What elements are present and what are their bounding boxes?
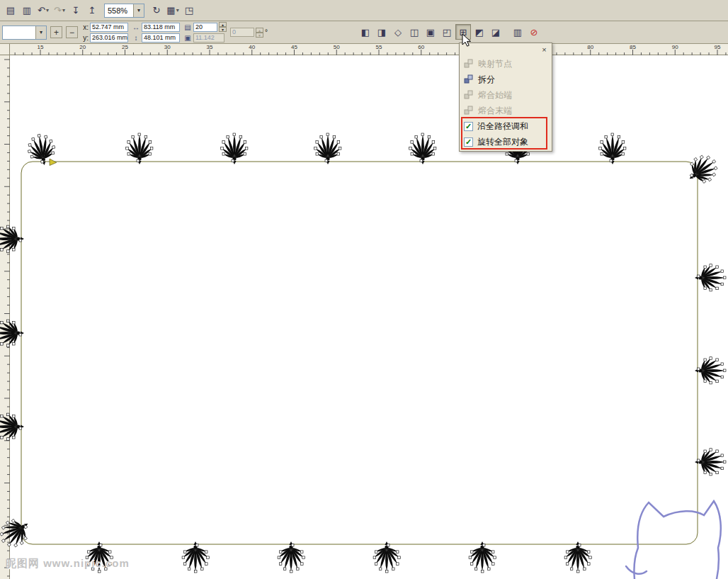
- node-handle[interactable]: [20, 541, 23, 545]
- node-handle[interactable]: [710, 381, 712, 384]
- zoom-level-combo[interactable]: 558% ▾: [104, 4, 144, 18]
- node-handle[interactable]: [205, 563, 208, 566]
- node-handle[interactable]: [697, 368, 700, 371]
- node-handle[interactable]: [127, 141, 130, 144]
- node-handle[interactable]: [566, 563, 569, 566]
- node-handle[interactable]: [28, 150, 30, 153]
- fan-ornament[interactable]: [221, 133, 248, 164]
- node-handle[interactable]: [605, 135, 608, 138]
- node-handle[interactable]: [301, 563, 304, 566]
- node-handle[interactable]: [13, 321, 16, 324]
- node-handle[interactable]: [87, 551, 90, 553]
- node-handle[interactable]: [13, 415, 16, 417]
- horizontal-ruler[interactable]: 1520253035404550556065707580859095: [10, 44, 728, 55]
- checkbox-blend-along-full-path[interactable]: ✓: [464, 122, 473, 131]
- node-handle[interactable]: [13, 248, 16, 251]
- node-handle[interactable]: [1, 343, 4, 346]
- node-handle[interactable]: [481, 570, 484, 573]
- clear-blend-icon[interactable]: ⊘: [526, 24, 542, 40]
- fan-ornament[interactable]: [314, 133, 341, 164]
- node-handle[interactable]: [1, 415, 4, 417]
- node-handle[interactable]: [108, 551, 111, 553]
- split-blend-icon[interactable]: ◪: [488, 24, 504, 40]
- node-handle[interactable]: [244, 153, 246, 156]
- node-handle[interactable]: [7, 225, 10, 228]
- node-handle[interactable]: [506, 153, 508, 156]
- node-handle[interactable]: [601, 141, 603, 144]
- node-handle[interactable]: [297, 568, 300, 570]
- node-handle[interactable]: [474, 568, 477, 570]
- fan-ornament[interactable]: [695, 449, 726, 476]
- node-handle[interactable]: [45, 135, 47, 138]
- chevron-down-icon[interactable]: ▾: [46, 7, 49, 13]
- node-handle[interactable]: [373, 556, 376, 559]
- fan-ornament[interactable]: [599, 133, 626, 164]
- node-handle[interactable]: [697, 459, 700, 462]
- node-handle[interactable]: [469, 556, 472, 559]
- node-handle[interactable]: [7, 413, 10, 416]
- height-field[interactable]: 48.101 mm: [142, 33, 180, 43]
- style-combo[interactable]: ▾: [2, 26, 47, 40]
- node-handle[interactable]: [7, 250, 10, 253]
- export-icon[interactable]: ↥: [84, 3, 100, 18]
- fan-ornament[interactable]: [0, 225, 24, 252]
- node-handle[interactable]: [195, 544, 198, 546]
- fan-ornament[interactable]: [182, 541, 209, 573]
- node-handle[interactable]: [13, 227, 16, 230]
- node-handle[interactable]: [576, 570, 579, 573]
- snap-options-icon[interactable]: ◳: [181, 3, 197, 18]
- node-handle[interactable]: [337, 153, 340, 156]
- node-handle[interactable]: [470, 551, 473, 553]
- node-handle[interactable]: [710, 473, 712, 476]
- node-handle[interactable]: [397, 563, 399, 566]
- node-handle[interactable]: [221, 147, 224, 150]
- node-handle[interactable]: [515, 159, 518, 162]
- fan-ornament[interactable]: [682, 150, 723, 190]
- blend-steps-field[interactable]: 20: [193, 23, 217, 32]
- node-handle[interactable]: [126, 147, 129, 150]
- node-handle[interactable]: [396, 551, 399, 553]
- node-handle[interactable]: [398, 556, 401, 559]
- node-handle[interactable]: [14, 544, 18, 547]
- new-document-icon[interactable]: ▤: [3, 3, 18, 18]
- node-handle[interactable]: [710, 449, 712, 451]
- fan-ornament[interactable]: [469, 541, 496, 573]
- node-handle[interactable]: [527, 153, 530, 156]
- node-handle[interactable]: [721, 467, 724, 470]
- node-handle[interactable]: [375, 563, 377, 566]
- node-handle[interactable]: [716, 380, 719, 383]
- view-quality-icon[interactable]: ▦▾: [165, 3, 181, 18]
- node-handle[interactable]: [578, 544, 581, 546]
- node-handle[interactable]: [704, 450, 707, 453]
- node-handle[interactable]: [415, 135, 418, 138]
- path-properties-icon[interactable]: ◇: [390, 24, 406, 40]
- node-handle[interactable]: [721, 270, 724, 273]
- node-handle[interactable]: [704, 359, 707, 361]
- fan-ornament[interactable]: [373, 541, 400, 573]
- node-handle[interactable]: [278, 556, 280, 559]
- node-handle[interactable]: [716, 266, 719, 269]
- node-handle[interactable]: [325, 159, 328, 162]
- node-handle[interactable]: [491, 551, 494, 553]
- node-handle[interactable]: [302, 556, 305, 559]
- node-handle[interactable]: [411, 153, 414, 156]
- node-handle[interactable]: [99, 544, 102, 546]
- redo-icon[interactable]: ↷▾: [52, 3, 67, 18]
- chevron-down-icon[interactable]: ▾: [176, 7, 179, 13]
- node-handle[interactable]: [7, 438, 10, 441]
- node-handle[interactable]: [326, 133, 329, 136]
- node-handle[interactable]: [618, 135, 620, 138]
- node-handle[interactable]: [207, 556, 210, 559]
- node-handle[interactable]: [379, 568, 382, 570]
- node-handle[interactable]: [721, 376, 724, 378]
- node-handle[interactable]: [387, 544, 389, 546]
- chevron-down-icon[interactable]: ▾: [133, 4, 144, 17]
- fan-ornament[interactable]: [695, 357, 726, 384]
- node-handle[interactable]: [239, 135, 242, 138]
- node-handle[interactable]: [149, 153, 152, 156]
- node-handle[interactable]: [137, 159, 140, 162]
- node-handle[interactable]: [694, 157, 698, 161]
- node-handle[interactable]: [721, 363, 724, 366]
- node-handle[interactable]: [1, 526, 5, 529]
- node-handle[interactable]: [283, 568, 286, 570]
